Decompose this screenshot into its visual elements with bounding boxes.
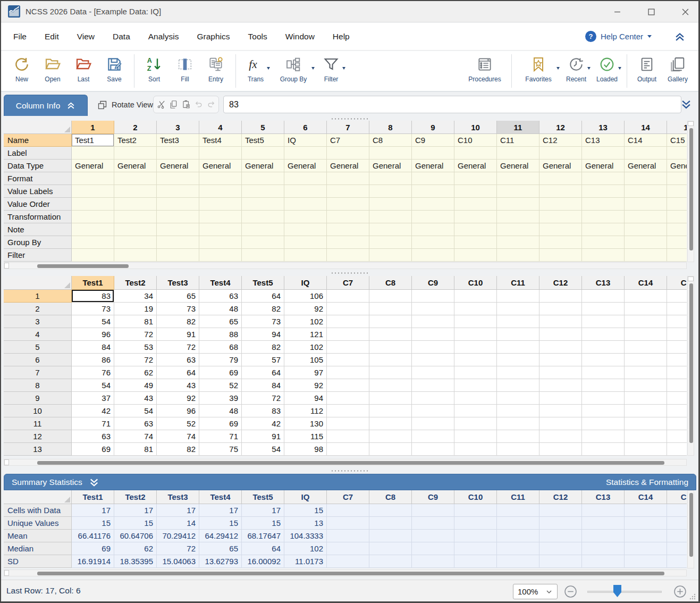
data-cell[interactable]: 62: [114, 366, 157, 379]
data-cell[interactable]: 91: [157, 328, 199, 341]
data-cell[interactable]: 54: [72, 379, 114, 392]
copy-icon[interactable]: [168, 99, 179, 110]
column-info-cell[interactable]: [454, 236, 497, 249]
column-info-cell[interactable]: [582, 249, 625, 262]
row-header[interactable]: SD: [4, 555, 72, 568]
column-info-cell[interactable]: [72, 223, 114, 236]
column-info-cell[interactable]: [199, 172, 242, 185]
data-cell[interactable]: [327, 379, 369, 392]
column-info-cell[interactable]: [625, 236, 667, 249]
column-header[interactable]: Test5: [242, 276, 284, 290]
data-cell[interactable]: [454, 443, 497, 456]
data-cell[interactable]: [369, 354, 412, 366]
maximize-button[interactable]: [643, 4, 659, 20]
column-info-cell[interactable]: [72, 236, 114, 249]
zoom-level-select[interactable]: 100%: [513, 584, 558, 599]
data-cell[interactable]: 49: [114, 379, 157, 392]
column-info-cell[interactable]: [539, 236, 582, 249]
column-info-cell[interactable]: [454, 172, 497, 185]
column-info-cell[interactable]: [242, 236, 284, 249]
column-info-cell[interactable]: C11: [497, 134, 539, 147]
help-center-button[interactable]: ? Help Center: [585, 31, 652, 42]
data-cell[interactable]: 65: [157, 290, 199, 303]
data-cell[interactable]: [539, 354, 582, 366]
column-info-cell[interactable]: [539, 147, 582, 160]
data-cell[interactable]: [582, 405, 625, 417]
row-header[interactable]: 11: [4, 417, 72, 430]
data-cell[interactable]: [454, 328, 497, 341]
data-cell[interactable]: [667, 379, 687, 392]
data-cell[interactable]: 94: [284, 392, 327, 405]
column-info-cell[interactable]: [625, 185, 667, 198]
data-cell[interactable]: [667, 341, 687, 354]
column-info-cell[interactable]: C8: [369, 134, 412, 147]
data-cell[interactable]: [412, 443, 454, 456]
column-info-cell[interactable]: General: [114, 160, 157, 172]
column-info-cell[interactable]: [199, 249, 242, 262]
row-header[interactable]: Note: [4, 223, 72, 236]
column-header[interactable]: 3: [157, 121, 199, 134]
data-cell[interactable]: [327, 341, 369, 354]
column-info-cell[interactable]: [327, 236, 369, 249]
data-cell[interactable]: [582, 417, 625, 430]
toolbar-new-button[interactable]: New: [6, 51, 37, 91]
data-cell[interactable]: [667, 354, 687, 366]
row-header[interactable]: 10: [4, 405, 72, 417]
column-header[interactable]: Test2: [114, 276, 157, 290]
toolbar-groupby-button[interactable]: Group By: [271, 51, 316, 91]
minimize-button[interactable]: [609, 4, 625, 20]
data-cell[interactable]: [497, 303, 539, 315]
column-info-cell[interactable]: [157, 236, 199, 249]
data-cell[interactable]: [497, 354, 539, 366]
row-header[interactable]: 9: [4, 392, 72, 405]
data-cell[interactable]: [412, 405, 454, 417]
data-cell[interactable]: 84: [72, 341, 114, 354]
toolbar-recent-button[interactable]: Recent: [561, 51, 592, 91]
column-info-cell[interactable]: [72, 185, 114, 198]
data-cell[interactable]: 43: [114, 392, 157, 405]
data-cell[interactable]: [497, 417, 539, 430]
data-cell[interactable]: [412, 315, 454, 328]
column-info-cell[interactable]: [327, 223, 369, 236]
data-cell[interactable]: [667, 392, 687, 405]
data-cell[interactable]: [625, 354, 667, 366]
column-info-cell[interactable]: [157, 172, 199, 185]
data-cell[interactable]: 106: [284, 290, 327, 303]
data-cell[interactable]: [497, 443, 539, 456]
column-info-cell[interactable]: [667, 198, 687, 211]
menu-analysis[interactable]: Analysis: [139, 28, 188, 46]
data-cell[interactable]: [454, 379, 497, 392]
data-cell[interactable]: [369, 315, 412, 328]
data-cell[interactable]: 74: [114, 430, 157, 443]
column-header[interactable]: 9: [412, 121, 454, 134]
column-info-cell[interactable]: [582, 198, 625, 211]
grid-corner-cell[interactable]: [4, 121, 72, 134]
column-info-cell[interactable]: [369, 211, 412, 223]
data-cell[interactable]: 91: [242, 430, 284, 443]
data-cell[interactable]: [327, 290, 369, 303]
rotate-view-button[interactable]: Rotate View: [92, 96, 157, 113]
cut-icon[interactable]: [156, 99, 166, 110]
data-cell[interactable]: [625, 417, 667, 430]
column-info-cell[interactable]: [582, 172, 625, 185]
data-cell[interactable]: [539, 366, 582, 379]
data-cell[interactable]: [539, 303, 582, 315]
row-header[interactable]: Data Type: [4, 160, 72, 172]
column-info-cell[interactable]: [539, 211, 582, 223]
data-cell[interactable]: 75: [199, 443, 242, 456]
data-cell[interactable]: [582, 443, 625, 456]
column-info-cell[interactable]: [667, 249, 687, 262]
data-cell[interactable]: [625, 405, 667, 417]
column-info-cell[interactable]: [369, 147, 412, 160]
menu-tools[interactable]: Tools: [239, 28, 276, 46]
data-cell[interactable]: [327, 366, 369, 379]
menu-data[interactable]: Data: [104, 28, 139, 46]
data-cell[interactable]: [497, 341, 539, 354]
column-info-cell[interactable]: [199, 223, 242, 236]
data-cell[interactable]: 68: [199, 341, 242, 354]
column-info-cell[interactable]: General: [582, 160, 625, 172]
column-info-cell[interactable]: [327, 147, 369, 160]
data-cell[interactable]: 37: [72, 392, 114, 405]
column-info-cell[interactable]: General: [625, 160, 667, 172]
column-info-cell[interactable]: [497, 172, 539, 185]
